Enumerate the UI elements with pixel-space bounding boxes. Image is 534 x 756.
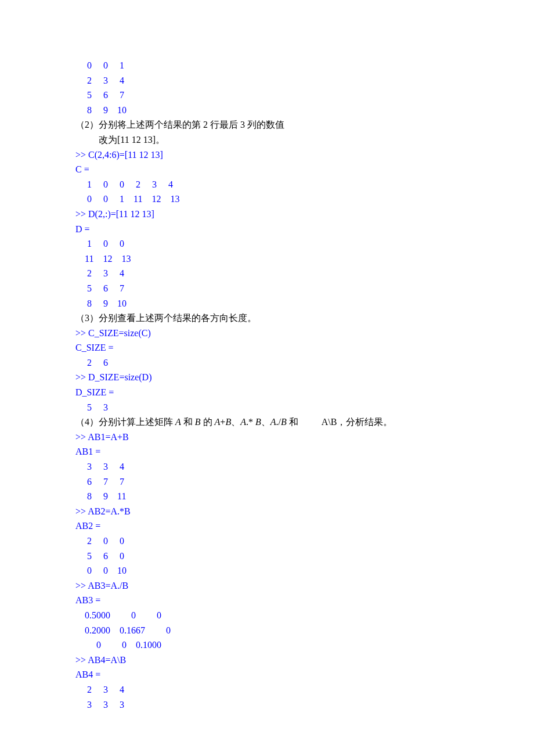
body-text-17: （3）分别查看上述两个结果的各方向长度。 [75, 313, 257, 323]
code-text-10: >> D(2,:)=[11 12 13] [75, 209, 154, 219]
line-6: >> C(2,4:6)=[11 12 13] [75, 147, 464, 163]
line-34: 0 0 10 [75, 563, 464, 578]
code-text-9: 0 0 1 11 12 13 [75, 194, 179, 204]
code-text-40: >> AB4=A\B [75, 655, 126, 665]
segment-24-3: B [195, 417, 201, 427]
segment-24-2: 和 [181, 417, 195, 427]
code-text-36: AB3 = [75, 595, 100, 605]
line-1: 2 3 4 [75, 73, 464, 88]
code-text-39: 0 0 0.1000 [75, 640, 161, 650]
line-43: 3 3 3 [75, 697, 464, 712]
code-text-0: 0 0 1 [75, 60, 124, 70]
code-text-18: >> C_SIZE=size(C) [75, 328, 151, 338]
code-text-1: 2 3 4 [75, 75, 124, 85]
line-12: 1 0 0 [75, 236, 464, 251]
code-text-42: 2 3 4 [75, 685, 124, 694]
segment-24-1: A [175, 417, 181, 427]
line-16: 8 9 10 [75, 296, 464, 311]
line-26: AB1 = [75, 444, 464, 459]
code-text-26: AB1 = [75, 447, 100, 456]
line-25: >> AB1=A+B [75, 430, 464, 445]
segment-24-16: 和 A\B，分析结果。 [287, 417, 393, 427]
line-33: 5 6 0 [75, 549, 464, 564]
line-15: 5 6 7 [75, 281, 464, 296]
code-text-31: AB2 = [75, 521, 100, 531]
line-17: （3）分别查看上述两个结果的各方向长度。 [75, 311, 464, 326]
line-3: 8 9 10 [75, 103, 464, 118]
line-35: >> AB3=A./B [75, 578, 464, 593]
segment-24-13: A [270, 417, 276, 427]
segment-24-5: A [215, 417, 221, 427]
line-4: （2）分别将上述两个结果的第 2 行最后 3 列的数值 [75, 117, 464, 132]
line-32: 2 0 0 [75, 534, 464, 549]
line-40: >> AB4=A\B [75, 653, 464, 668]
body-text-5: 改为[11 12 13]。 [75, 135, 165, 145]
code-text-23: 5 3 [75, 402, 108, 412]
segment-24-9: A [240, 417, 246, 427]
segment-24-4: 的 [201, 417, 215, 427]
code-text-19: C_SIZE = [75, 343, 113, 352]
code-text-43: 3 3 3 [75, 700, 124, 710]
segment-24-12: 、 [261, 417, 270, 427]
segment-24-11: B [255, 417, 261, 427]
code-text-6: >> C(2,4:6)=[11 12 13] [75, 150, 163, 160]
code-text-32: 2 0 0 [75, 536, 124, 546]
line-8: 1 0 0 2 3 4 [75, 177, 464, 192]
code-text-37: 0.5000 0 0 [75, 610, 161, 620]
code-text-41: AB4 = [75, 669, 100, 679]
code-text-29: 8 9 11 [75, 491, 126, 501]
line-21: >> D_SIZE=size(D) [75, 370, 464, 385]
line-9: 0 0 1 11 12 13 [75, 192, 464, 207]
line-36: AB3 = [75, 593, 464, 608]
line-42: 2 3 4 [75, 682, 464, 697]
code-text-12: 1 0 0 [75, 239, 124, 249]
line-23: 5 3 [75, 400, 464, 415]
line-22: D_SIZE = [75, 385, 464, 400]
line-18: >> C_SIZE=size(C) [75, 326, 464, 341]
line-11: D = [75, 222, 464, 237]
code-text-30: >> AB2=A.*B [75, 506, 131, 516]
line-7: C = [75, 162, 464, 177]
line-28: 6 7 7 [75, 474, 464, 489]
segment-24-15: B [281, 417, 287, 427]
code-text-28: 6 7 7 [75, 477, 124, 487]
document-page: 0 0 1 2 3 4 5 6 7 8 9 10（2）分别将上述两个结果的第 2… [0, 0, 534, 756]
code-text-13: 11 12 13 [75, 254, 131, 264]
line-20: 2 6 [75, 355, 464, 370]
line-38: 0.2000 0.1667 0 [75, 623, 464, 638]
segment-24-0: （4）分别计算上述矩阵 [75, 417, 175, 427]
line-27: 3 3 4 [75, 459, 464, 474]
line-0: 0 0 1 [75, 58, 464, 73]
line-14: 2 3 4 [75, 266, 464, 281]
line-13: 11 12 13 [75, 251, 464, 267]
code-text-27: 3 3 4 [75, 462, 124, 471]
code-text-7: C = [75, 164, 89, 174]
segment-24-10: .* [246, 417, 255, 427]
code-text-21: >> D_SIZE=size(D) [75, 372, 151, 382]
line-24: （4）分别计算上述矩阵 A 和 B 的 A+B、A.* B、A./B 和 A\B… [75, 415, 464, 430]
code-text-38: 0.2000 0.1667 0 [75, 625, 171, 635]
code-text-25: >> AB1=A+B [75, 432, 129, 442]
code-text-14: 2 3 4 [75, 268, 124, 278]
code-text-33: 5 6 0 [75, 551, 124, 561]
code-text-34: 0 0 10 [75, 566, 127, 575]
line-31: AB2 = [75, 519, 464, 534]
code-text-15: 5 6 7 [75, 283, 124, 293]
line-41: AB4 = [75, 667, 464, 682]
code-text-11: D = [75, 224, 90, 234]
code-text-8: 1 0 0 2 3 4 [75, 179, 173, 189]
line-39: 0 0 0.1000 [75, 638, 464, 653]
line-37: 0.5000 0 0 [75, 608, 464, 623]
segment-24-14: ./ [276, 417, 281, 427]
line-30: >> AB2=A.*B [75, 504, 464, 519]
line-29: 8 9 11 [75, 489, 464, 504]
code-text-16: 8 9 10 [75, 298, 127, 308]
code-text-3: 8 9 10 [75, 105, 127, 115]
line-2: 5 6 7 [75, 88, 464, 103]
line-19: C_SIZE = [75, 340, 464, 355]
code-text-35: >> AB3=A./B [75, 581, 128, 591]
segment-24-7: B [225, 417, 231, 427]
code-text-2: 5 6 7 [75, 90, 124, 100]
line-5: 改为[11 12 13]。 [75, 132, 464, 147]
code-text-20: 2 6 [75, 358, 108, 368]
